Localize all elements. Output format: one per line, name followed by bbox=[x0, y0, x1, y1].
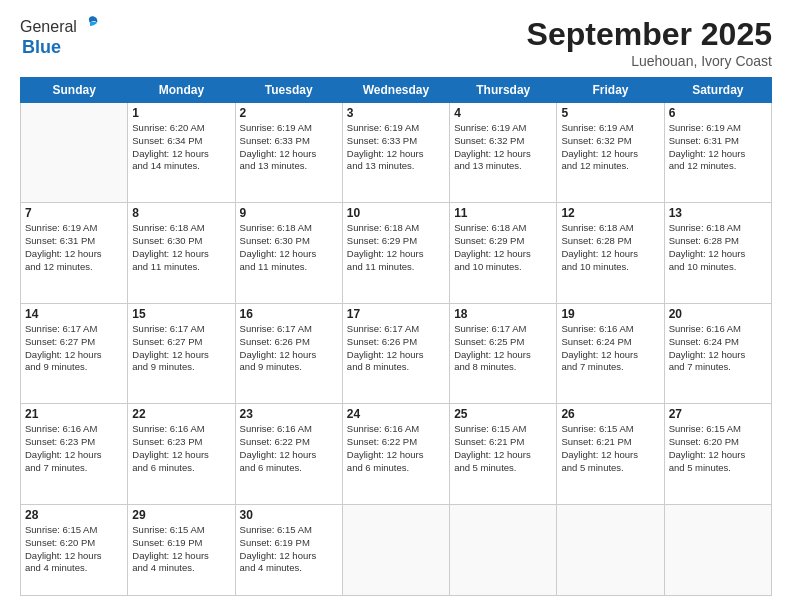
logo: General Blue bbox=[20, 16, 103, 58]
day-number: 1 bbox=[132, 106, 230, 120]
day-number: 26 bbox=[561, 407, 659, 421]
calendar-week-row: 21Sunrise: 6:16 AMSunset: 6:23 PMDayligh… bbox=[21, 404, 772, 504]
day-info: Sunrise: 6:16 AMSunset: 6:23 PMDaylight:… bbox=[25, 423, 123, 474]
day-number: 6 bbox=[669, 106, 767, 120]
weekday-header-row: Sunday Monday Tuesday Wednesday Thursday… bbox=[21, 78, 772, 103]
day-number: 3 bbox=[347, 106, 445, 120]
day-info: Sunrise: 6:17 AMSunset: 6:26 PMDaylight:… bbox=[240, 323, 338, 374]
header-saturday: Saturday bbox=[664, 78, 771, 103]
table-row: 20Sunrise: 6:16 AMSunset: 6:24 PMDayligh… bbox=[664, 303, 771, 403]
table-row: 17Sunrise: 6:17 AMSunset: 6:26 PMDayligh… bbox=[342, 303, 449, 403]
logo-bird-icon bbox=[79, 14, 101, 36]
day-number: 30 bbox=[240, 508, 338, 522]
table-row: 11Sunrise: 6:18 AMSunset: 6:29 PMDayligh… bbox=[450, 203, 557, 303]
day-number: 7 bbox=[25, 206, 123, 220]
table-row: 6Sunrise: 6:19 AMSunset: 6:31 PMDaylight… bbox=[664, 103, 771, 203]
day-info: Sunrise: 6:19 AMSunset: 6:33 PMDaylight:… bbox=[347, 122, 445, 173]
day-number: 19 bbox=[561, 307, 659, 321]
table-row: 29Sunrise: 6:15 AMSunset: 6:19 PMDayligh… bbox=[128, 504, 235, 595]
table-row: 22Sunrise: 6:16 AMSunset: 6:23 PMDayligh… bbox=[128, 404, 235, 504]
day-info: Sunrise: 6:17 AMSunset: 6:27 PMDaylight:… bbox=[132, 323, 230, 374]
day-info: Sunrise: 6:18 AMSunset: 6:28 PMDaylight:… bbox=[669, 222, 767, 273]
day-info: Sunrise: 6:15 AMSunset: 6:21 PMDaylight:… bbox=[561, 423, 659, 474]
calendar-week-row: 28Sunrise: 6:15 AMSunset: 6:20 PMDayligh… bbox=[21, 504, 772, 595]
table-row: 4Sunrise: 6:19 AMSunset: 6:32 PMDaylight… bbox=[450, 103, 557, 203]
logo-blue-text: Blue bbox=[22, 38, 103, 58]
header-thursday: Thursday bbox=[450, 78, 557, 103]
day-number: 9 bbox=[240, 206, 338, 220]
table-row: 25Sunrise: 6:15 AMSunset: 6:21 PMDayligh… bbox=[450, 404, 557, 504]
table-row: 16Sunrise: 6:17 AMSunset: 6:26 PMDayligh… bbox=[235, 303, 342, 403]
day-info: Sunrise: 6:18 AMSunset: 6:30 PMDaylight:… bbox=[240, 222, 338, 273]
day-number: 13 bbox=[669, 206, 767, 220]
header-tuesday: Tuesday bbox=[235, 78, 342, 103]
table-row bbox=[557, 504, 664, 595]
location: Luehouan, Ivory Coast bbox=[527, 53, 772, 69]
table-row: 21Sunrise: 6:16 AMSunset: 6:23 PMDayligh… bbox=[21, 404, 128, 504]
table-row: 1Sunrise: 6:20 AMSunset: 6:34 PMDaylight… bbox=[128, 103, 235, 203]
day-number: 12 bbox=[561, 206, 659, 220]
table-row bbox=[664, 504, 771, 595]
header-sunday: Sunday bbox=[21, 78, 128, 103]
table-row: 5Sunrise: 6:19 AMSunset: 6:32 PMDaylight… bbox=[557, 103, 664, 203]
day-info: Sunrise: 6:16 AMSunset: 6:24 PMDaylight:… bbox=[561, 323, 659, 374]
calendar-week-row: 7Sunrise: 6:19 AMSunset: 6:31 PMDaylight… bbox=[21, 203, 772, 303]
title-block: September 2025 Luehouan, Ivory Coast bbox=[527, 16, 772, 69]
table-row: 8Sunrise: 6:18 AMSunset: 6:30 PMDaylight… bbox=[128, 203, 235, 303]
calendar-week-row: 1Sunrise: 6:20 AMSunset: 6:34 PMDaylight… bbox=[21, 103, 772, 203]
day-info: Sunrise: 6:16 AMSunset: 6:22 PMDaylight:… bbox=[240, 423, 338, 474]
day-number: 21 bbox=[25, 407, 123, 421]
day-number: 11 bbox=[454, 206, 552, 220]
table-row: 19Sunrise: 6:16 AMSunset: 6:24 PMDayligh… bbox=[557, 303, 664, 403]
day-number: 20 bbox=[669, 307, 767, 321]
day-info: Sunrise: 6:17 AMSunset: 6:26 PMDaylight:… bbox=[347, 323, 445, 374]
table-row: 30Sunrise: 6:15 AMSunset: 6:19 PMDayligh… bbox=[235, 504, 342, 595]
logo-general-text: General bbox=[20, 18, 77, 36]
day-number: 23 bbox=[240, 407, 338, 421]
day-number: 15 bbox=[132, 307, 230, 321]
day-info: Sunrise: 6:19 AMSunset: 6:31 PMDaylight:… bbox=[25, 222, 123, 273]
day-info: Sunrise: 6:16 AMSunset: 6:24 PMDaylight:… bbox=[669, 323, 767, 374]
day-info: Sunrise: 6:15 AMSunset: 6:21 PMDaylight:… bbox=[454, 423, 552, 474]
month-title: September 2025 bbox=[527, 16, 772, 53]
header-friday: Friday bbox=[557, 78, 664, 103]
day-number: 8 bbox=[132, 206, 230, 220]
day-number: 22 bbox=[132, 407, 230, 421]
table-row: 2Sunrise: 6:19 AMSunset: 6:33 PMDaylight… bbox=[235, 103, 342, 203]
day-info: Sunrise: 6:19 AMSunset: 6:32 PMDaylight:… bbox=[561, 122, 659, 173]
day-info: Sunrise: 6:18 AMSunset: 6:30 PMDaylight:… bbox=[132, 222, 230, 273]
table-row: 10Sunrise: 6:18 AMSunset: 6:29 PMDayligh… bbox=[342, 203, 449, 303]
day-info: Sunrise: 6:20 AMSunset: 6:34 PMDaylight:… bbox=[132, 122, 230, 173]
day-info: Sunrise: 6:17 AMSunset: 6:27 PMDaylight:… bbox=[25, 323, 123, 374]
day-info: Sunrise: 6:16 AMSunset: 6:23 PMDaylight:… bbox=[132, 423, 230, 474]
calendar-week-row: 14Sunrise: 6:17 AMSunset: 6:27 PMDayligh… bbox=[21, 303, 772, 403]
day-info: Sunrise: 6:18 AMSunset: 6:29 PMDaylight:… bbox=[347, 222, 445, 273]
table-row bbox=[342, 504, 449, 595]
table-row: 27Sunrise: 6:15 AMSunset: 6:20 PMDayligh… bbox=[664, 404, 771, 504]
table-row: 12Sunrise: 6:18 AMSunset: 6:28 PMDayligh… bbox=[557, 203, 664, 303]
day-info: Sunrise: 6:16 AMSunset: 6:22 PMDaylight:… bbox=[347, 423, 445, 474]
day-info: Sunrise: 6:15 AMSunset: 6:20 PMDaylight:… bbox=[25, 524, 123, 575]
day-number: 16 bbox=[240, 307, 338, 321]
day-info: Sunrise: 6:15 AMSunset: 6:19 PMDaylight:… bbox=[132, 524, 230, 575]
day-info: Sunrise: 6:15 AMSunset: 6:20 PMDaylight:… bbox=[669, 423, 767, 474]
table-row: 15Sunrise: 6:17 AMSunset: 6:27 PMDayligh… bbox=[128, 303, 235, 403]
day-info: Sunrise: 6:18 AMSunset: 6:28 PMDaylight:… bbox=[561, 222, 659, 273]
day-number: 5 bbox=[561, 106, 659, 120]
day-info: Sunrise: 6:19 AMSunset: 6:32 PMDaylight:… bbox=[454, 122, 552, 173]
day-number: 4 bbox=[454, 106, 552, 120]
table-row: 9Sunrise: 6:18 AMSunset: 6:30 PMDaylight… bbox=[235, 203, 342, 303]
day-info: Sunrise: 6:19 AMSunset: 6:33 PMDaylight:… bbox=[240, 122, 338, 173]
table-row: 13Sunrise: 6:18 AMSunset: 6:28 PMDayligh… bbox=[664, 203, 771, 303]
day-info: Sunrise: 6:19 AMSunset: 6:31 PMDaylight:… bbox=[669, 122, 767, 173]
table-row bbox=[450, 504, 557, 595]
header: General Blue September 2025 Luehouan, Iv… bbox=[20, 16, 772, 69]
table-row: 23Sunrise: 6:16 AMSunset: 6:22 PMDayligh… bbox=[235, 404, 342, 504]
page: General Blue September 2025 Luehouan, Iv… bbox=[0, 0, 792, 612]
header-wednesday: Wednesday bbox=[342, 78, 449, 103]
day-number: 17 bbox=[347, 307, 445, 321]
table-row: 7Sunrise: 6:19 AMSunset: 6:31 PMDaylight… bbox=[21, 203, 128, 303]
table-row: 26Sunrise: 6:15 AMSunset: 6:21 PMDayligh… bbox=[557, 404, 664, 504]
table-row: 24Sunrise: 6:16 AMSunset: 6:22 PMDayligh… bbox=[342, 404, 449, 504]
day-info: Sunrise: 6:18 AMSunset: 6:29 PMDaylight:… bbox=[454, 222, 552, 273]
